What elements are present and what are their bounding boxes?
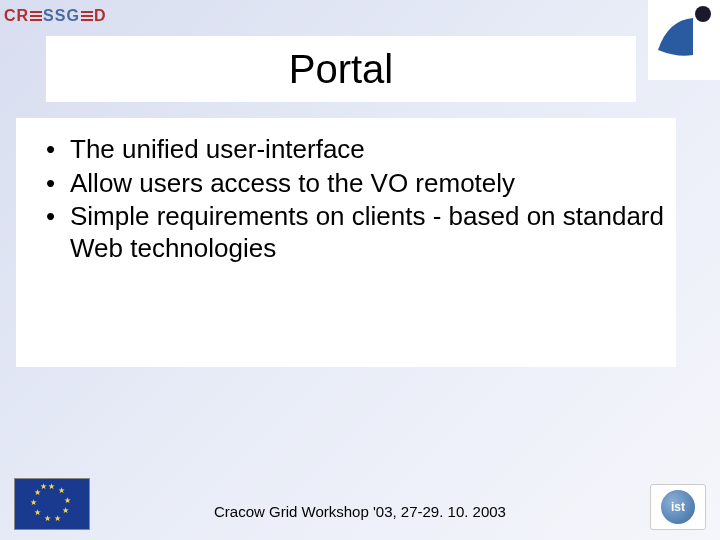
slide-footer: Cracow Grid Workshop '03, 27-29. 10. 200… (0, 503, 720, 520)
svg-point-1 (695, 6, 711, 22)
bullet-item: Allow users access to the VO remotely (46, 168, 664, 200)
bullet-item: Simple requirements on clients - based o… (46, 201, 664, 264)
bullet-item: The unified user-interface (46, 134, 664, 166)
slide-body: The unified user-interface Allow users a… (16, 118, 676, 367)
crossgrid-logo: CRSSGD (4, 4, 114, 28)
slide-title: Portal (289, 47, 394, 92)
partner-logo (648, 0, 720, 80)
ist-logo-icon: ist (650, 484, 706, 530)
bullet-list: The unified user-interface Allow users a… (28, 134, 664, 265)
slide-title-box: Portal (46, 36, 636, 102)
